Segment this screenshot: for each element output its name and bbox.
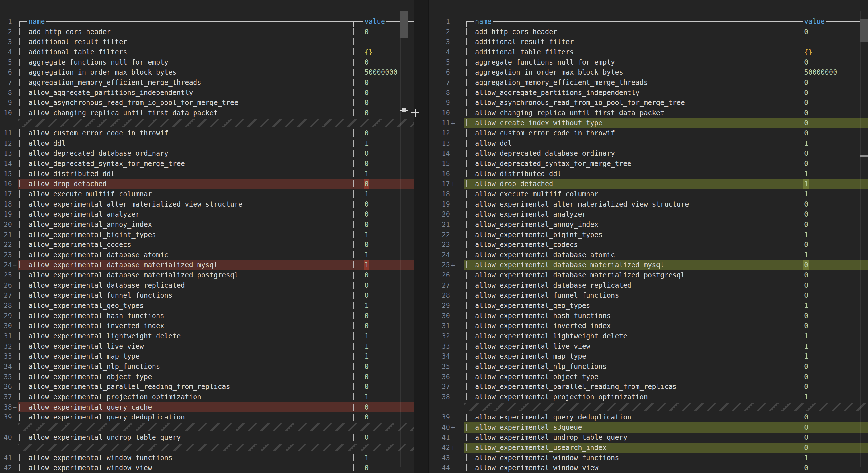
right-scrollbar[interactable] — [860, 0, 868, 473]
table-row[interactable]: 43allow_experimental_window_functions1 — [429, 453, 868, 463]
table-row[interactable]: 12allow_ddl1 — [0, 138, 414, 148]
table-row[interactable]: 23allow_experimental_database_atomic1 — [0, 250, 414, 260]
table-row[interactable]: 21allow_experimental_annoy_index0 — [429, 219, 868, 230]
table-row[interactable]: 35allow_experimental_nlp_functions0 — [429, 362, 868, 372]
setting-value: 1 — [804, 341, 808, 351]
table-row[interactable]: 30allow_experimental_hash_functions0 — [429, 311, 868, 321]
table-row[interactable]: 25allow_experimental_database_materializ… — [0, 270, 414, 280]
setting-name: allow_experimental_window_functions — [475, 453, 619, 463]
table-row[interactable]: 10allow_changing_replica_until_first_dat… — [429, 108, 868, 118]
table-row[interactable]: 27allow_experimental_database_replicated… — [429, 280, 868, 291]
table-row[interactable]: 11allow_custom_error_code_in_throwif0 — [0, 128, 414, 138]
table-row[interactable]: 7aggregation_memory_efficient_merge_thre… — [0, 77, 414, 88]
table-row[interactable]: 37allow_experimental_projection_optimiza… — [0, 392, 414, 402]
table-row[interactable]: 31allow_experimental_inverted_index0 — [429, 321, 868, 331]
table-row[interactable]: 37allow_experimental_parallel_reading_fr… — [429, 382, 868, 392]
table-row[interactable]: 19allow_experimental_analyzer0 — [0, 209, 414, 219]
table-row[interactable]: 9allow_asynchronous_read_from_io_pool_fo… — [0, 98, 414, 108]
table-row[interactable]: 31allow_experimental_lightweight_delete1 — [0, 331, 414, 341]
table-row[interactable]: 41allow_experimental_undrop_table_query0 — [429, 432, 868, 443]
setting-name: allow_experimental_projection_optimizati… — [29, 392, 202, 402]
table-row-removed[interactable]: 24−allow_experimental_database_materiali… — [0, 260, 414, 270]
table-row[interactable]: 6aggregation_in_order_max_block_bytes500… — [0, 67, 414, 77]
table-row[interactable]: 29allow_experimental_hash_functions0 — [0, 311, 414, 321]
table-row[interactable]: 18allow_experimental_alter_materialized_… — [0, 199, 414, 209]
table-row[interactable]: 5aggregate_functions_null_for_empty0 — [429, 57, 868, 67]
table-row[interactable]: 26allow_experimental_database_materializ… — [429, 270, 868, 280]
table-row[interactable]: 32allow_experimental_lightweight_delete1 — [429, 331, 868, 341]
table-row-added[interactable]: 17+allow_drop_detached1 — [429, 179, 868, 189]
setting-name: allow_experimental_inverted_index — [29, 321, 164, 331]
table-row[interactable]: 4additional_table_filters{} — [429, 47, 868, 57]
table-row[interactable]: 3additional_result_filter — [429, 37, 868, 47]
table-row-added[interactable]: 42+allow_experimental_usearch_index0 — [429, 443, 868, 453]
table-row[interactable]: 13allow_deprecated_database_ordinary0 — [0, 148, 414, 159]
table-row-removed[interactable]: 16−allow_drop_detached0 — [0, 179, 414, 189]
table-row[interactable]: 36allow_experimental_object_type0 — [429, 372, 868, 382]
table-row[interactable]: 28allow_experimental_geo_types1 — [0, 301, 414, 311]
table-row[interactable]: 28allow_experimental_funnel_functions0 — [429, 290, 868, 301]
table-row[interactable]: 13allow_ddl1 — [429, 138, 868, 148]
table-row-removed[interactable]: 38−allow_experimental_query_cache0 — [0, 402, 414, 412]
table-row[interactable]: 16allow_distributed_ddl1 — [429, 169, 868, 179]
table-row[interactable]: 29allow_experimental_geo_types1 — [429, 301, 868, 311]
table-row[interactable]: 22allow_experimental_bigint_types1 — [429, 230, 868, 240]
table-row[interactable]: 20allow_experimental_analyzer0 — [429, 209, 868, 219]
table-row-added[interactable]: 25+allow_experimental_database_materiali… — [429, 260, 868, 270]
table-row[interactable]: 35allow_experimental_object_type0 — [0, 372, 414, 382]
table-row[interactable]: 2add_http_cors_header0 — [429, 27, 868, 37]
table-border-value — [795, 211, 795, 218]
table-row[interactable]: 22allow_experimental_codecs0 — [0, 240, 414, 250]
table-row[interactable]: 39allow_experimental_query_deduplication… — [429, 412, 868, 423]
table-row[interactable]: 23allow_experimental_codecs0 — [429, 240, 868, 250]
diff-pane-right[interactable]: namevalue12add_http_cors_header03additio… — [429, 0, 868, 473]
table-row[interactable]: 33allow_experimental_map_type1 — [0, 351, 414, 362]
line-number: 6 — [0, 67, 12, 77]
table-row[interactable]: 9allow_asynchronous_read_from_io_pool_fo… — [429, 98, 868, 108]
table-row[interactable]: 14allow_deprecated_database_ordinary0 — [429, 148, 868, 159]
table-row[interactable]: 7aggregation_memory_efficient_merge_thre… — [429, 77, 868, 88]
table-border-value — [353, 48, 354, 56]
table-row[interactable]: 21allow_experimental_bigint_types1 — [0, 230, 414, 240]
table-row-added[interactable]: 40+allow_experimental_s3queue0 — [429, 423, 868, 433]
table-row[interactable]: 5aggregate_functions_null_for_empty0 — [0, 57, 414, 67]
table-row[interactable]: 27allow_experimental_funnel_functions0 — [0, 290, 414, 301]
table-row[interactable]: 12allow_custom_error_code_in_throwif0 — [429, 128, 868, 138]
table-row[interactable]: 8allow_aggregate_partitions_independentl… — [0, 88, 414, 98]
table-row[interactable]: 20allow_experimental_annoy_index0 — [0, 219, 414, 230]
table-row[interactable]: 30allow_experimental_inverted_index0 — [0, 321, 414, 331]
right-scrollbar-thumb[interactable] — [860, 19, 868, 42]
table-row[interactable]: 3additional_result_filter — [0, 37, 414, 47]
table-row[interactable]: 33allow_experimental_live_view1 — [429, 341, 868, 351]
table-row[interactable]: 15allow_deprecated_syntax_for_merge_tree… — [429, 159, 868, 169]
table-row[interactable]: 4additional_table_filters{} — [0, 47, 414, 57]
table-row[interactable]: 41allow_experimental_window_functions1 — [0, 453, 414, 463]
table-row[interactable]: 15allow_distributed_ddl1 — [0, 169, 414, 179]
table-row[interactable]: 2add_http_cors_header0 — [0, 27, 414, 37]
table-row[interactable]: 19allow_experimental_alter_materialized_… — [429, 199, 868, 209]
table-border-left — [466, 241, 467, 248]
table-row[interactable]: 17allow_execute_multiif_columnar1 — [0, 189, 414, 199]
table-row[interactable]: 44allow_experimental_window_view0 — [429, 463, 868, 473]
table-row[interactable]: 36allow_experimental_parallel_reading_fr… — [0, 382, 414, 392]
table-row[interactable]: 34allow_experimental_nlp_functions0 — [0, 362, 414, 372]
table-row[interactable]: 6aggregation_in_order_max_block_bytes500… — [429, 67, 868, 77]
table-row[interactable]: 14allow_deprecated_syntax_for_merge_tree… — [0, 159, 414, 169]
table-row[interactable]: 34allow_experimental_map_type1 — [429, 351, 868, 362]
table-row[interactable]: 26allow_experimental_database_replicated… — [0, 280, 414, 291]
table-row[interactable]: 40allow_experimental_undrop_table_query0 — [0, 432, 414, 443]
diff-pane-left[interactable]: namevalue12add_http_cors_header03additio… — [0, 0, 414, 473]
table-row[interactable]: 18allow_execute_multiif_columnar1 — [429, 189, 868, 199]
line-number: 43 — [429, 453, 450, 463]
table-row-added[interactable]: 11+allow_create_index_without_type0 — [429, 118, 868, 128]
setting-name: additional_result_filter — [29, 37, 127, 47]
left-scrollbar[interactable] — [400, 0, 408, 473]
table-row[interactable]: 38allow_experimental_projection_optimiza… — [429, 392, 868, 402]
table-row[interactable]: 10allow_changing_replica_until_first_dat… — [0, 108, 414, 118]
table-row[interactable]: 32allow_experimental_live_view1 — [0, 341, 414, 351]
table-row[interactable]: 24allow_experimental_database_atomic1 — [429, 250, 868, 260]
table-row[interactable]: 42allow_experimental_window_view0 — [0, 463, 414, 473]
left-scrollbar-thumb[interactable] — [400, 11, 408, 38]
table-row[interactable]: 39allow_experimental_query_deduplication… — [0, 412, 414, 423]
table-row[interactable]: 8allow_aggregate_partitions_independentl… — [429, 88, 868, 98]
